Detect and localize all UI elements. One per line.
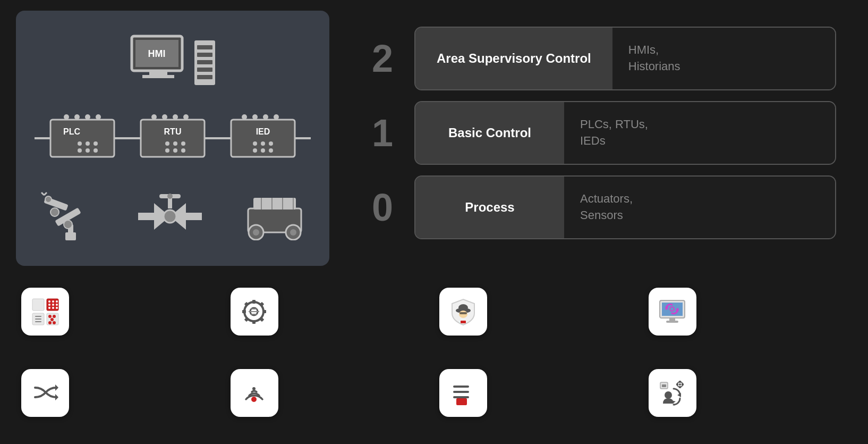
svg-point-21 <box>78 148 82 153</box>
svg-point-80 <box>48 304 50 306</box>
svg-point-19 <box>86 141 90 146</box>
level-0-number: 0 <box>367 186 398 229</box>
svg-rect-117 <box>666 321 678 323</box>
svg-rect-12 <box>50 120 114 157</box>
level-1-card: Basic Control PLCs, RTUs,IEDs <box>414 101 836 165</box>
svg-point-16 <box>96 114 101 120</box>
svg-point-40 <box>274 114 279 120</box>
svg-rect-57 <box>138 213 154 220</box>
svg-point-52 <box>64 220 72 229</box>
svg-text:PLC: PLC <box>63 127 80 136</box>
svg-rect-137 <box>679 386 681 388</box>
svg-point-18 <box>78 141 82 146</box>
valve-icon <box>138 192 202 240</box>
level-1-row: 1 Basic Control PLCs, RTUs,IEDs <box>367 101 836 165</box>
svg-rect-9 <box>197 68 212 72</box>
svg-point-135 <box>679 383 681 386</box>
svg-point-37 <box>242 114 247 120</box>
svg-point-26 <box>162 114 167 120</box>
svg-rect-24 <box>141 120 205 157</box>
person-automation-icon[interactable] <box>649 369 696 417</box>
svg-rect-4 <box>142 75 174 78</box>
svg-point-32 <box>181 141 185 146</box>
svg-point-123 <box>251 397 257 402</box>
level-0-card: Process Actuators,Sensors <box>414 175 836 239</box>
svg-point-79 <box>56 300 58 303</box>
svg-point-22 <box>86 148 90 153</box>
svg-point-28 <box>183 114 189 120</box>
level-2-row: 2 Area Supervisory Control HMIs,Historia… <box>367 27 836 90</box>
settings-sliders-icon[interactable] <box>231 288 278 336</box>
svg-rect-100 <box>242 310 246 313</box>
svg-rect-87 <box>35 316 41 317</box>
level-1-title: Basic Control <box>448 125 531 141</box>
svg-point-27 <box>173 114 178 120</box>
svg-point-30 <box>165 141 169 146</box>
svg-rect-138 <box>676 383 678 386</box>
svg-point-23 <box>93 148 98 153</box>
svg-point-38 <box>252 114 258 120</box>
svg-point-83 <box>48 307 50 309</box>
svg-rect-102 <box>244 302 249 306</box>
svg-point-46 <box>261 148 265 153</box>
svg-point-68 <box>253 229 259 236</box>
level-2-title: Area Supervisory Control <box>437 51 591 66</box>
svg-marker-122 <box>55 384 58 391</box>
svg-point-42 <box>253 141 257 146</box>
svg-rect-127 <box>453 396 469 398</box>
svg-line-56 <box>44 192 47 195</box>
svg-rect-125 <box>453 386 469 388</box>
svg-point-45 <box>253 148 257 153</box>
svg-point-31 <box>173 141 177 146</box>
level-2-details: HMIs,Historians <box>628 42 680 75</box>
svg-rect-139 <box>682 383 684 386</box>
svg-rect-113 <box>461 321 466 323</box>
level-0-title: Process <box>465 200 514 215</box>
level-1-details-section: PLCs, RTUs,IEDs <box>564 102 835 164</box>
svg-point-64 <box>167 194 173 199</box>
conveyor-icon <box>243 192 307 240</box>
plc-rtu-ied-row: PLC RTU <box>27 114 319 162</box>
svg-rect-130 <box>662 384 666 387</box>
monitor-cycle-icon[interactable] <box>649 288 696 336</box>
svg-rect-75 <box>32 299 44 311</box>
svg-text:IED: IED <box>256 127 270 136</box>
svg-rect-58 <box>186 213 202 220</box>
svg-rect-89 <box>35 321 41 322</box>
svg-rect-112 <box>459 312 467 314</box>
shuffle-icon[interactable] <box>21 369 69 417</box>
svg-point-69 <box>290 229 296 236</box>
svg-point-91 <box>48 315 52 318</box>
svg-point-94 <box>48 321 52 324</box>
left-panel: HMI <box>16 11 329 266</box>
level-2-title-section: Area Supervisory Control <box>415 28 612 89</box>
bottom-section <box>0 266 868 444</box>
svg-point-78 <box>52 300 54 303</box>
svg-point-133 <box>665 391 672 399</box>
ot-assets-icon[interactable] <box>21 288 69 336</box>
svg-point-47 <box>269 148 273 153</box>
svg-text:RTU: RTU <box>164 127 182 136</box>
process-row <box>27 190 319 243</box>
level-0-row: 0 Process Actuators,Sensors <box>367 175 836 239</box>
level-2-details-section: HMIs,Historians <box>612 28 835 89</box>
security-shield-icon[interactable] <box>439 288 487 336</box>
level-0-title-section: Process <box>415 177 564 238</box>
list-alert-icon[interactable] <box>439 369 487 417</box>
robot-arm-icon <box>39 190 97 243</box>
svg-rect-101 <box>262 310 266 313</box>
svg-point-84 <box>52 307 54 309</box>
svg-point-77 <box>48 300 50 303</box>
svg-point-14 <box>74 114 80 120</box>
svg-point-81 <box>52 304 54 306</box>
svg-point-39 <box>263 114 268 120</box>
signal-broadcast-icon[interactable] <box>231 369 278 417</box>
svg-rect-136 <box>679 381 681 383</box>
svg-point-25 <box>151 114 157 120</box>
level-1-number: 1 <box>367 111 398 155</box>
svg-point-33 <box>165 148 169 153</box>
svg-point-13 <box>64 114 69 120</box>
top-section: HMI <box>0 0 868 266</box>
svg-point-82 <box>56 304 58 306</box>
level-1-details: PLCs, RTUs,IEDs <box>580 116 648 149</box>
